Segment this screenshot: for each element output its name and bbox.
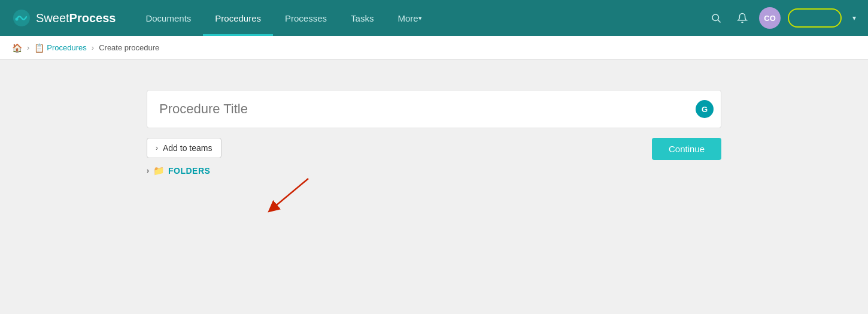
folders-chevron-icon: › xyxy=(147,167,150,175)
procedure-title-input[interactable] xyxy=(147,90,696,128)
nav-item-procedures[interactable]: Procedures xyxy=(203,0,273,36)
grammarly-button[interactable]: G xyxy=(696,100,714,118)
nav-right: CO ▾ xyxy=(706,7,856,29)
home-icon[interactable]: 🏠 xyxy=(12,43,22,53)
nav-items: Documents Procedures Processes Tasks Mor… xyxy=(133,0,706,36)
breadcrumb-current: Create procedure xyxy=(99,43,159,52)
svg-point-1 xyxy=(16,18,19,21)
continue-button[interactable]: Continue xyxy=(652,138,721,160)
controls-left: › Add to teams › 📁 FOLDERS xyxy=(147,138,221,176)
breadcrumb-folder-icon: 📋 xyxy=(34,43,44,53)
brand-sweet: Sweet xyxy=(36,11,69,25)
folder-icon: 📁 xyxy=(153,165,165,176)
brand-process: Process xyxy=(69,11,116,25)
svg-line-5 xyxy=(272,179,308,209)
chevron-down-icon: ▾ xyxy=(418,14,422,22)
brand-logo[interactable]: SweetProcess xyxy=(12,8,116,28)
nav-item-processes[interactable]: Processes xyxy=(273,0,339,36)
controls-row: › Add to teams › 📁 FOLDERS Continue xyxy=(147,138,721,176)
notification-button[interactable] xyxy=(733,8,752,28)
account-dropdown-arrow[interactable]: ▾ xyxy=(852,14,856,22)
nav-item-documents[interactable]: Documents xyxy=(133,0,203,36)
breadcrumb-sep-2: › xyxy=(92,43,94,52)
title-input-wrapper: G xyxy=(147,90,721,128)
more-label: More xyxy=(397,13,418,23)
navbar: SweetProcess Documents Procedures Proces… xyxy=(0,0,868,36)
nav-item-more[interactable]: More ▾ xyxy=(386,0,433,36)
folders-label: FOLDERS xyxy=(168,166,210,176)
search-button[interactable] xyxy=(706,8,726,28)
arrow-annotation xyxy=(266,173,326,221)
breadcrumb-sep-1: › xyxy=(27,43,29,52)
nav-item-tasks[interactable]: Tasks xyxy=(339,0,386,36)
main-content: G › Add to teams › 📁 xyxy=(0,60,868,314)
svg-line-3 xyxy=(718,20,720,22)
breadcrumb-procedures-link[interactable]: Procedures xyxy=(47,43,86,52)
breadcrumb: 🏠 › 📋 Procedures › Create procedure xyxy=(0,36,868,60)
form-container: G › Add to teams › 📁 xyxy=(147,90,721,284)
folders-link[interactable]: › 📁 FOLDERS xyxy=(147,165,221,176)
svg-point-2 xyxy=(712,14,719,21)
add-to-teams-button[interactable]: › Add to teams xyxy=(147,138,221,158)
account-button[interactable] xyxy=(788,8,842,28)
add-teams-chevron-icon: › xyxy=(156,144,158,152)
add-to-teams-label: Add to teams xyxy=(163,143,213,153)
avatar[interactable]: CO xyxy=(759,7,781,29)
